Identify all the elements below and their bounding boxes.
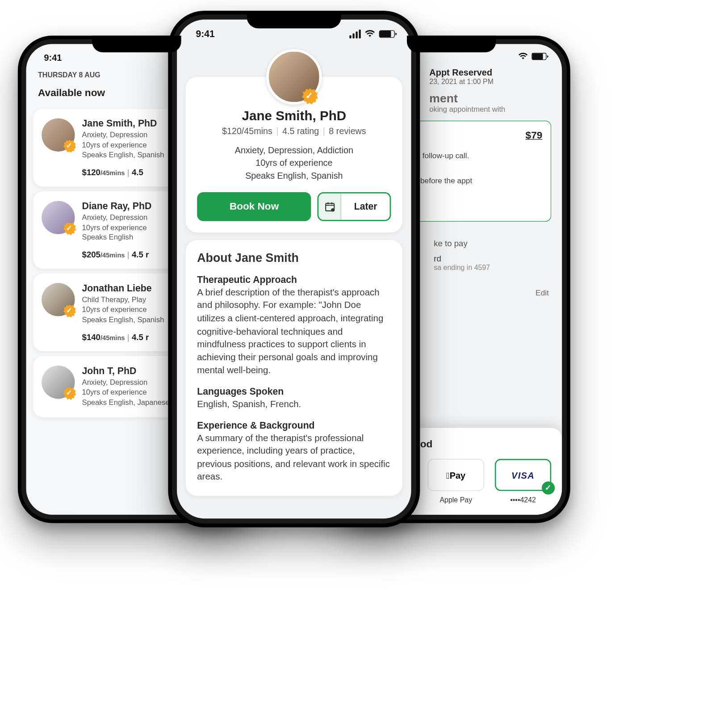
wifi-icon <box>364 29 375 38</box>
battery-icon <box>531 53 546 60</box>
phone-profile: 9:41 Jane Smith, PhD $120/45mins|4.5 rat… <box>168 11 420 527</box>
about-card: About Jane Smith Therapeutic Approach A … <box>186 240 402 496</box>
payment-method-visa[interactable]: VISA ••••4242 <box>495 459 551 504</box>
calendar-icon <box>319 194 342 220</box>
section-heading: Languages Spoken <box>197 386 391 396</box>
therapist-stats: $120/45mins|4.5 rating|8 reviews <box>197 126 391 136</box>
book-now-button[interactable]: Book Now <box>197 192 311 221</box>
visa-icon: VISA <box>511 470 535 480</box>
status-time: 9:41 <box>44 52 62 63</box>
reserved-datetime: 23, 2021 at 1:00 PM <box>429 77 551 86</box>
section-body: A summary of the therapist's professiona… <box>197 431 391 483</box>
therapist-name: Jane Smith, PhD <box>197 108 391 123</box>
reserved-title: Appt Reserved <box>429 67 551 77</box>
about-title: About Jane Smith <box>197 251 391 265</box>
therapist-details: Anxiety, Depression, Addiction 10yrs of … <box>197 143 391 182</box>
notch <box>407 36 496 52</box>
applepay-icon: Pay <box>446 470 465 480</box>
status-time: 9:41 <box>196 28 214 39</box>
payment-method-applepay[interactable]: Pay Apple Pay <box>428 459 484 504</box>
section-body: English, Spanish, French. <box>197 397 391 410</box>
section-heading: Therapeutic Approach <box>197 274 391 285</box>
section-heading: Experience & Background <box>197 419 391 430</box>
date-label: THURSDAY 8 AUG <box>38 71 100 79</box>
therapist-hero-card: Jane Smith, PhD $120/45mins|4.5 rating|8… <box>186 77 402 232</box>
cellular-icon <box>349 29 360 38</box>
wifi-icon <box>518 52 528 60</box>
section-body: A brief description of the therapist's a… <box>197 286 391 377</box>
battery-icon <box>379 30 395 38</box>
notch <box>92 36 181 52</box>
svg-point-1 <box>331 208 335 212</box>
price-value: $79 <box>526 127 543 143</box>
book-later-button[interactable]: Later <box>318 192 391 221</box>
notch <box>247 11 341 28</box>
